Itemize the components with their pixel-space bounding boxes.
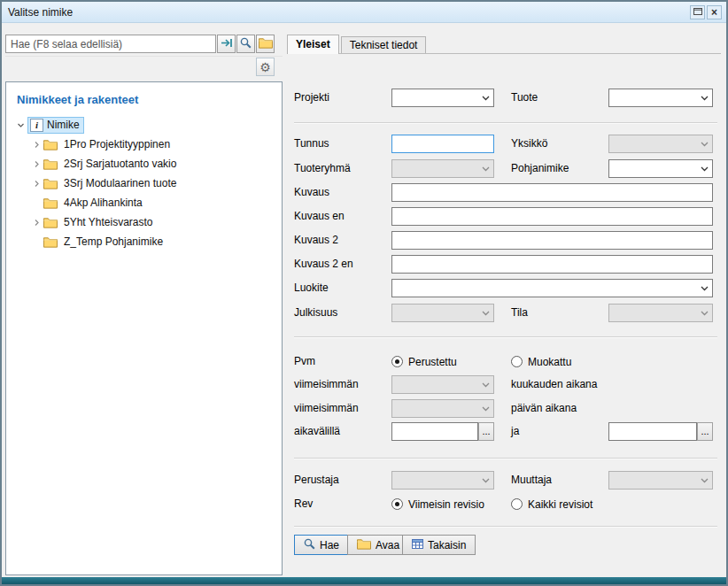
chevron-down-icon bbox=[697, 89, 712, 106]
tree-selection[interactable]: i Nimike bbox=[27, 117, 84, 134]
radio-muokattu[interactable]: Muokattu bbox=[511, 352, 571, 371]
tree-item-label[interactable]: 1Pro Projektityyppinen bbox=[61, 137, 173, 151]
projekti-combobox[interactable] bbox=[391, 89, 494, 107]
folder-icon bbox=[259, 37, 273, 51]
chevron-down-icon bbox=[478, 472, 493, 489]
tila-combobox[interactable] bbox=[608, 304, 713, 322]
tab-tekniset-tiedot[interactable]: Tekniset tiedot bbox=[341, 36, 427, 53]
settings-button[interactable]: ⚙ bbox=[256, 58, 275, 76]
radio-label: Viimeisin revisio bbox=[408, 498, 484, 511]
tree-item-folder[interactable]: Z_Temp Pohjanimike bbox=[6, 232, 282, 251]
close-button[interactable]: × bbox=[707, 5, 722, 19]
chevron-right-icon[interactable] bbox=[29, 141, 43, 149]
chevron-right-icon[interactable] bbox=[29, 219, 43, 227]
julkisuus-combobox[interactable] bbox=[391, 304, 494, 322]
label-muuttaja: Muuttaja bbox=[511, 471, 552, 490]
chevron-down-icon bbox=[697, 472, 712, 489]
radio-label: Muokattu bbox=[528, 356, 571, 368]
label-kuvaus: Kuvaus bbox=[294, 183, 329, 202]
folder-icon bbox=[43, 236, 61, 248]
label-kuvaus-2-en: Kuvaus 2 en bbox=[294, 255, 353, 274]
kuvaus-2-en-input[interactable] bbox=[391, 255, 713, 274]
tuoteryhma-combobox[interactable] bbox=[391, 159, 494, 178]
toolbar-separator bbox=[5, 56, 283, 57]
label-aikavalilla: aikavälillä bbox=[294, 422, 340, 441]
label-viimeisimman-kuukauden: viimeisimmän bbox=[294, 375, 359, 394]
tree-item-label[interactable]: 3Srj Modulaarinen tuote bbox=[61, 176, 179, 190]
titlebar[interactable]: Valitse nimike × bbox=[2, 2, 726, 23]
radio-viimeisin-revisio[interactable]: Viimeisin revisio bbox=[391, 495, 484, 513]
radio-kaikki-revisiot[interactable]: Kaikki revisiot bbox=[511, 495, 592, 513]
label-julkisuus: Julkisuus bbox=[294, 304, 337, 322]
tab-yleiset[interactable]: Yleiset bbox=[287, 35, 339, 54]
pin-button[interactable] bbox=[690, 5, 705, 19]
search-input[interactable] bbox=[5, 35, 216, 53]
viimeisimman-kuukauden-combobox[interactable] bbox=[391, 375, 494, 394]
search-icon bbox=[304, 538, 315, 552]
aikavalilla-loppu-picker-button[interactable]: ... bbox=[697, 422, 713, 441]
chevron-down-icon bbox=[478, 400, 493, 417]
chevron-right-icon[interactable] bbox=[29, 180, 43, 188]
avaa-button[interactable]: Avaa bbox=[347, 535, 409, 555]
radio-perustettu[interactable]: Perustettu bbox=[391, 352, 457, 371]
folder-icon bbox=[43, 197, 61, 209]
tree-item-label[interactable]: 2Srj Sarjatuotanto vakio bbox=[61, 157, 179, 171]
hae-button[interactable]: Hae bbox=[294, 535, 349, 555]
pohjanimike-combobox[interactable] bbox=[608, 159, 713, 178]
tree-item-label[interactable]: Nimike bbox=[47, 119, 80, 131]
tree-item-label[interactable]: 5Yht Yhteisvarasto bbox=[61, 215, 156, 229]
table-icon bbox=[412, 539, 423, 551]
takaisin-button[interactable]: Takaisin bbox=[402, 535, 476, 555]
label-kuvaus-2: Kuvaus 2 bbox=[294, 231, 338, 250]
chevron-down-icon bbox=[478, 376, 493, 393]
folder-icon bbox=[43, 158, 61, 170]
pin-icon bbox=[693, 6, 702, 19]
chevron-right-icon[interactable] bbox=[29, 160, 43, 168]
tree-item-folder[interactable]: 1Pro Projektityyppinen bbox=[6, 135, 282, 154]
folder-icon bbox=[43, 139, 61, 150]
search-button[interactable] bbox=[236, 35, 255, 53]
kuvaus-input[interactable] bbox=[391, 183, 713, 202]
aikavalilla-loppu-input[interactable] bbox=[608, 422, 697, 441]
chevron-expanded-icon[interactable] bbox=[13, 121, 27, 129]
aikavalilla-alku-picker-button[interactable]: ... bbox=[478, 422, 494, 441]
dialog-valitse-nimike: Valitse nimike × ⚙ Nimikkeet ja rakentee… bbox=[0, 0, 728, 586]
yksikko-combobox[interactable] bbox=[608, 135, 713, 153]
go-button[interactable] bbox=[217, 35, 236, 53]
tree-item-nimike[interactable]: i Nimike bbox=[6, 115, 282, 135]
muuttaja-combobox[interactable] bbox=[608, 471, 713, 490]
tree-item-folder[interactable]: 5Yht Yhteisvarasto bbox=[6, 212, 282, 232]
kuvaus-en-input[interactable] bbox=[391, 207, 713, 226]
luokite-combobox[interactable] bbox=[391, 279, 713, 297]
tree-item-label[interactable]: Z_Temp Pohjanimike bbox=[61, 235, 166, 249]
close-icon: × bbox=[711, 6, 717, 19]
label-yksikko: Yksikkö bbox=[511, 135, 547, 153]
chevron-down-icon bbox=[697, 160, 712, 177]
tree-item-folder[interactable]: 4Akp Alihankinta bbox=[6, 193, 282, 212]
label-perustaja: Perustaja bbox=[294, 471, 339, 490]
tunnus-input[interactable] bbox=[391, 135, 494, 153]
kuvaus-2-input[interactable] bbox=[391, 231, 713, 250]
tree-item-folder[interactable]: 2Srj Sarjatuotanto vakio bbox=[6, 154, 282, 173]
label-viimeisimman-paivan: viimeisimmän bbox=[294, 399, 359, 418]
tuote-combobox[interactable] bbox=[608, 89, 713, 107]
viimeisimman-paivan-combobox[interactable] bbox=[391, 399, 494, 418]
folder-icon bbox=[43, 178, 61, 189]
arrow-right-icon bbox=[221, 37, 233, 50]
tree-item-folder[interactable]: 3Srj Modulaarinen tuote bbox=[6, 173, 282, 193]
separator bbox=[294, 458, 717, 459]
separator bbox=[294, 122, 717, 124]
separator bbox=[294, 526, 717, 528]
tree-item-label[interactable]: 4Akp Alihankinta bbox=[61, 196, 145, 210]
takaisin-button-label: Takaisin bbox=[428, 539, 466, 551]
radio-label: Perustettu bbox=[408, 356, 457, 368]
chevron-down-icon bbox=[697, 305, 712, 321]
label-kuvaus-en: Kuvaus en bbox=[294, 207, 345, 226]
perustaja-combobox[interactable] bbox=[391, 471, 494, 490]
chevron-down-icon bbox=[478, 160, 493, 177]
label-kuukauden-aikana: kuukauden aikana bbox=[511, 375, 597, 394]
hae-button-label: Hae bbox=[320, 539, 339, 551]
aikavalilla-alku-input[interactable] bbox=[391, 422, 478, 441]
open-folder-button[interactable] bbox=[256, 35, 275, 53]
radio-label: Kaikki revisiot bbox=[528, 498, 592, 511]
